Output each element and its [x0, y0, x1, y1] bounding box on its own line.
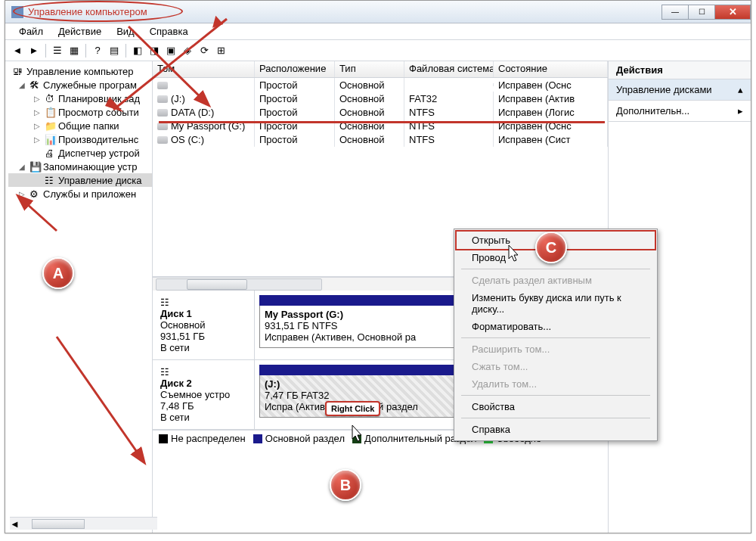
ctx-make-active: Сделать раздел активным [457, 272, 655, 289]
tree-disk-management[interactable]: Управление диска [58, 175, 141, 186]
tree-horizontal-scrollbar[interactable]: ◄ [10, 517, 157, 530]
tooltip-right-click: Right Click [325, 401, 380, 416]
window-title: Управление компьютером [28, 6, 147, 17]
forward-button[interactable]: ► [26, 43, 42, 58]
actions-disk-mgmt[interactable]: Управление дисками▴ [609, 79, 751, 101]
col-layout[interactable]: Расположение [255, 61, 335, 77]
table-row[interactable]: (J:)ПростойОсновнойFAT32Исправен (Актив [153, 92, 608, 105]
table-row[interactable]: ПростойОсновнойИсправен (Оснс [153, 78, 608, 92]
table-row[interactable]: OS (C:)ПростойОсновнойNTFSИсправен (Сист [153, 132, 608, 146]
chevron-up-icon: ▴ [738, 84, 743, 95]
navigation-tree[interactable]: 🖳Управление компьютер ◢🛠Служебные програ… [5, 61, 153, 533]
col-filesystem[interactable]: Файловая система [404, 61, 494, 77]
toolbar: ◄ ► ☰ ▦ ? ▤ ◧ ◨ ▣ ◈ ⟳ ⊞ [5, 40, 751, 61]
tool-icon[interactable]: ⊞ [213, 43, 228, 58]
event-icon: 📋 [45, 107, 55, 117]
storage-icon: 💾 [29, 161, 40, 172]
actions-header: Действия [609, 61, 751, 79]
col-volume[interactable]: Том [153, 61, 255, 77]
computer-icon: 🖳 [13, 66, 23, 76]
minimize-button[interactable] [662, 5, 689, 20]
col-type[interactable]: Тип [335, 61, 404, 77]
tool-icon[interactable]: ▤ [107, 43, 122, 58]
folder-icon: 📁 [45, 120, 55, 131]
back-button[interactable]: ◄ [10, 43, 25, 58]
annotation-badge-b: B [330, 469, 361, 501]
help-icon[interactable]: ? [90, 43, 105, 58]
tools-icon: 🛠 [29, 79, 40, 90]
menu-file[interactable]: Файл [13, 24, 49, 39]
menu-help[interactable]: Справка [144, 24, 194, 39]
ctx-shrink: Сжать том... [457, 358, 655, 375]
perf-icon: 📊 [45, 134, 55, 145]
menu-view[interactable]: Вид [110, 24, 141, 39]
ctx-delete: Удалить том... [457, 375, 655, 393]
col-status[interactable]: Состояние [494, 61, 608, 77]
clock-icon: ⏱ [45, 93, 55, 104]
actions-more[interactable]: Дополнительн...▸ [609, 101, 751, 122]
tool-icon[interactable]: ◨ [147, 43, 162, 58]
chevron-right-icon: ▸ [738, 105, 743, 117]
titlebar: Управление компьютером [5, 1, 751, 23]
ctx-help[interactable]: Справка [457, 421, 655, 438]
table-header: Том Расположение Тип Файловая система Со… [153, 61, 608, 78]
tool-icon[interactable]: ◈ [180, 43, 195, 58]
tool-icon[interactable]: ☰ [50, 43, 65, 58]
tool-icon[interactable]: ◧ [130, 43, 145, 58]
ctx-extend: Расширить том... [457, 340, 655, 358]
ctx-format[interactable]: Форматировать... [457, 318, 655, 335]
horizontal-scrollbar[interactable] [156, 278, 322, 291]
refresh-icon[interactable]: ⟳ [197, 43, 212, 58]
ctx-change-letter[interactable]: Изменить букву диска или путь к диску... [457, 289, 655, 318]
services-icon: ⚙ [29, 188, 40, 199]
annotation-badge-c: C [535, 232, 567, 263]
disk-icon: ☷ [45, 175, 55, 185]
annotation-badge-a: A [42, 257, 74, 289]
tool-icon[interactable]: ▦ [67, 43, 82, 58]
table-row[interactable]: DATA (D:)ПростойОсновнойNTFSИсправен (Ло… [153, 105, 608, 119]
cursor-icon [348, 424, 363, 443]
app-icon [11, 6, 23, 18]
menu-action[interactable]: Действие [52, 24, 107, 39]
table-row[interactable]: My Passport (G:)ПростойОсновнойNTFSИспра… [153, 119, 608, 132]
maximize-button[interactable] [688, 5, 715, 20]
close-button[interactable] [714, 5, 751, 20]
tool-icon[interactable]: ▣ [163, 43, 178, 58]
menubar: Файл Действие Вид Справка [5, 23, 751, 40]
device-icon: 🖨 [45, 148, 55, 158]
ctx-properties[interactable]: Свойства [457, 398, 655, 415]
cursor-icon [504, 244, 519, 263]
